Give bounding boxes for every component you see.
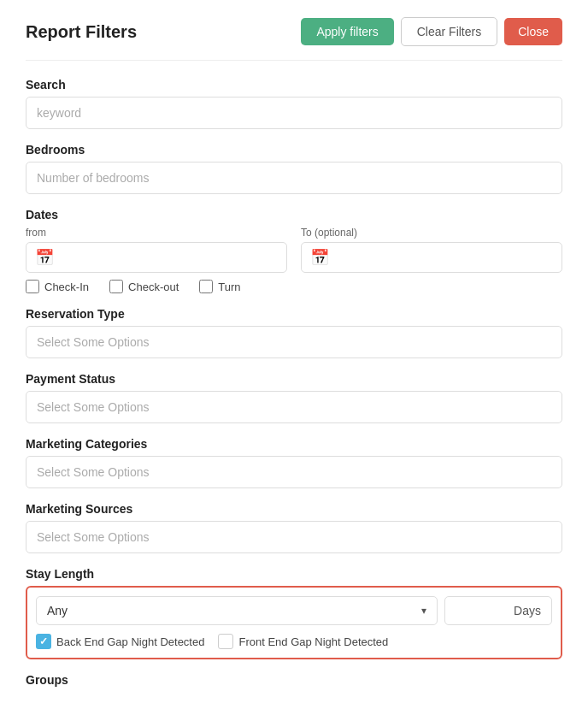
reservation-type-label: Reservation Type	[26, 307, 562, 321]
turn-checkbox-item[interactable]: Turn	[199, 280, 240, 293]
checkout-checkbox[interactable]	[109, 280, 123, 293]
bedrooms-input[interactable]	[26, 162, 562, 194]
close-button[interactable]: Close	[504, 18, 562, 45]
date-checkboxes-row: Check-In Check-out Turn	[26, 280, 562, 293]
days-input-wrap: Days	[444, 596, 552, 625]
header-buttons: Apply filters Clear Filters Close	[301, 17, 562, 46]
to-date-input[interactable]	[336, 251, 553, 264]
checkin-label: Check-In	[44, 281, 89, 293]
search-input[interactable]	[26, 97, 562, 129]
apply-filters-button[interactable]: Apply filters	[301, 18, 393, 45]
marketing-sources-select[interactable]: Select Some Options	[26, 521, 562, 553]
page-header: Report Filters Apply filters Clear Filte…	[26, 17, 562, 61]
from-date-input-wrap[interactable]: 📅	[26, 242, 287, 273]
stay-length-label: Stay Length	[26, 567, 562, 581]
from-date-group: from 📅	[26, 227, 287, 273]
payment-status-placeholder: Select Some Options	[37, 400, 150, 414]
marketing-categories-placeholder: Select Some Options	[37, 465, 150, 479]
marketing-categories-select[interactable]: Select Some Options	[26, 456, 562, 488]
payment-status-label: Payment Status	[26, 372, 562, 386]
groups-label: Groups	[26, 673, 562, 687]
dates-section: Dates from 📅 To (optional) 📅 Check-In	[26, 208, 562, 293]
marketing-sources-label: Marketing Sources	[26, 502, 562, 516]
payment-status-section: Payment Status Select Some Options	[26, 372, 562, 423]
from-date-input[interactable]	[61, 251, 278, 264]
reservation-type-placeholder: Select Some Options	[37, 335, 150, 349]
checkout-label: Check-out	[128, 281, 179, 293]
chevron-down-icon: ▾	[421, 605, 426, 617]
calendar-to-icon: 📅	[310, 248, 329, 267]
page-title: Report Filters	[26, 22, 137, 42]
clear-filters-button[interactable]: Clear Filters	[401, 17, 497, 46]
stay-length-section: Stay Length Any ▾ Days ✓ Back End Gap Ni…	[26, 567, 562, 659]
search-section: Search	[26, 78, 562, 129]
calendar-from-icon: 📅	[35, 248, 54, 267]
stay-length-select-wrap[interactable]: Any ▾	[36, 596, 438, 625]
days-input[interactable]	[456, 604, 507, 617]
stay-length-input-row: Any ▾ Days	[36, 596, 552, 625]
turn-checkbox[interactable]	[199, 280, 213, 293]
back-end-gap-checkbox[interactable]: ✓	[36, 634, 51, 649]
turn-label: Turn	[218, 281, 240, 293]
marketing-sources-section: Marketing Sources Select Some Options	[26, 502, 562, 553]
back-end-gap-item: ✓ Back End Gap Night Detected	[36, 634, 204, 649]
front-end-gap-item: Front End Gap Night Detected	[218, 634, 388, 649]
checkout-checkbox-item[interactable]: Check-out	[109, 280, 179, 293]
reservation-type-select[interactable]: Select Some Options	[26, 326, 562, 358]
front-end-gap-label: Front End Gap Night Detected	[238, 635, 388, 648]
bedrooms-label: Bedrooms	[26, 143, 562, 157]
marketing-sources-placeholder: Select Some Options	[37, 530, 150, 544]
stay-length-any-text: Any	[47, 604, 421, 617]
checkmark-icon: ✓	[39, 635, 48, 647]
marketing-categories-section: Marketing Categories Select Some Options	[26, 437, 562, 488]
days-label: Days	[514, 604, 541, 617]
from-label: from	[26, 227, 287, 239]
gap-nights-row: ✓ Back End Gap Night Detected Front End …	[36, 634, 552, 649]
checkin-checkbox-item[interactable]: Check-In	[26, 280, 89, 293]
dates-label: Dates	[26, 208, 562, 222]
to-label: To (optional)	[301, 227, 562, 239]
groups-section: Groups	[26, 673, 562, 687]
to-date-input-wrap[interactable]: 📅	[301, 242, 562, 273]
payment-status-select[interactable]: Select Some Options	[26, 391, 562, 423]
reservation-type-section: Reservation Type Select Some Options	[26, 307, 562, 358]
bedrooms-section: Bedrooms	[26, 143, 562, 194]
front-end-gap-checkbox[interactable]	[218, 634, 233, 649]
stay-length-highlighted-box: Any ▾ Days ✓ Back End Gap Night Detected	[26, 586, 562, 659]
to-date-group: To (optional) 📅	[301, 227, 562, 273]
checkin-checkbox[interactable]	[26, 280, 39, 293]
search-label: Search	[26, 78, 562, 92]
back-end-gap-label: Back End Gap Night Detected	[56, 635, 204, 648]
dates-row: from 📅 To (optional) 📅	[26, 227, 562, 273]
marketing-categories-label: Marketing Categories	[26, 437, 562, 451]
